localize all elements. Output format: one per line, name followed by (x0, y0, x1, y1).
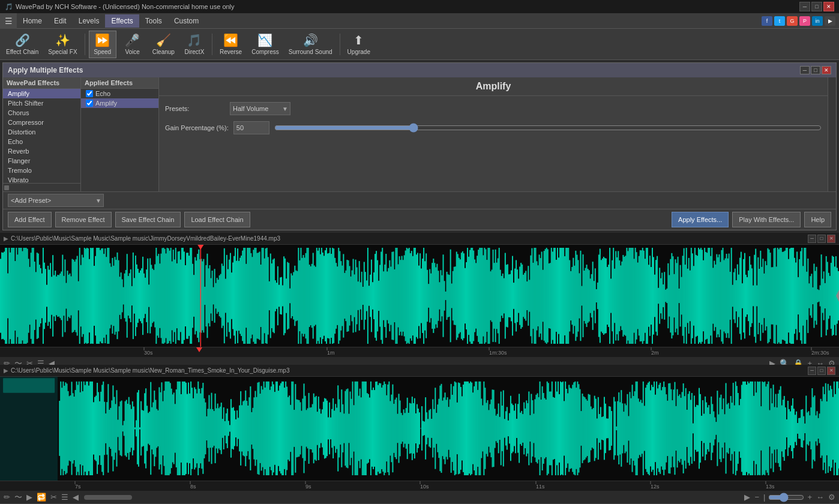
dialog-close-btn[interactable]: ✕ (822, 66, 831, 74)
effect-reverb[interactable]: Reverb (3, 146, 80, 156)
presets-select[interactable]: Half Volume Double Volume Normalize (230, 102, 290, 115)
svg-rect-86 (103, 254, 104, 338)
track1-restore-btn[interactable]: □ (817, 235, 826, 243)
track2-loop-btn[interactable]: 🔁 (35, 492, 47, 502)
svg-rect-433 (525, 271, 526, 320)
menu-custom[interactable]: Custom (168, 14, 205, 28)
track2-pencil-btn[interactable]: ✏ (2, 492, 11, 502)
svg-rect-18 (20, 248, 22, 344)
menu-levels[interactable]: Levels (73, 14, 106, 28)
svg-rect-1193 (644, 406, 645, 451)
gain-slider[interactable] (274, 123, 822, 133)
upgrade-button[interactable]: ⬆ Upgrade (344, 31, 374, 58)
svg-rect-75 (90, 248, 91, 344)
svg-rect-536 (651, 267, 652, 325)
track2-restore-btn[interactable]: □ (817, 367, 826, 375)
social1-icon[interactable]: P (799, 16, 810, 26)
track2-zoom-out-btn[interactable]: − (753, 492, 760, 502)
svg-rect-188 (227, 269, 229, 323)
track1-waveform[interactable] (0, 245, 839, 347)
track2-zoom-slider[interactable] (768, 493, 804, 502)
effects-scrollbar-h[interactable] (3, 183, 80, 191)
effect-flanger[interactable]: Flanger (3, 156, 80, 166)
play-with-effects-button[interactable]: Play With Effects... (732, 212, 801, 227)
effect-chain-button[interactable]: 🔗 Effect Chain (2, 31, 42, 58)
track2-zoom-slider-left[interactable]: | (762, 492, 766, 502)
track2-nav-btn[interactable]: ◀ (71, 492, 80, 502)
twitter-icon[interactable]: t (774, 16, 785, 26)
maximize-button[interactable]: □ (811, 2, 822, 11)
effect-echo[interactable]: Echo (3, 137, 80, 146)
menu-tools[interactable]: Tools (139, 14, 168, 28)
surround-button[interactable]: 🔊 Surround Sound (285, 31, 336, 58)
track2-nav-right-btn[interactable]: ▶ (743, 492, 751, 502)
effect-amplify[interactable]: Amplify (3, 89, 80, 98)
track1-minimize-btn[interactable]: ─ (808, 235, 816, 243)
track2-align-btn[interactable]: ☰ (60, 492, 70, 502)
effect-vibrato[interactable]: Vibrato (3, 175, 80, 183)
dialog-restore-btn[interactable]: □ (811, 66, 820, 74)
compress-button[interactable]: 📉 Compress (248, 31, 283, 58)
menu-home[interactable]: Home (17, 14, 48, 28)
wavepad-effects-list[interactable]: Amplify Pitch Shifter Chorus Compressor … (3, 89, 80, 183)
reverse-button[interactable]: ⏪ Reverse (216, 31, 245, 58)
svg-rect-494 (600, 249, 601, 343)
svg-rect-1266 (733, 383, 734, 474)
svg-rect-648 (787, 248, 788, 344)
amplify-checkbox[interactable] (86, 100, 93, 107)
load-effect-chain-button[interactable]: Load Effect Chain (184, 212, 250, 227)
close-button[interactable]: ✕ (823, 2, 834, 11)
effect-distortion[interactable]: Distortion (3, 127, 80, 137)
track2-wave-btn[interactable]: 〜 (13, 491, 23, 503)
track2-play-btn[interactable]: ▶ (25, 492, 34, 502)
cleanup-button[interactable]: 🧹 Cleanup (149, 31, 178, 58)
track2-fit-btn[interactable]: ↔ (815, 492, 825, 502)
effect-compressor[interactable]: Compressor (3, 118, 80, 127)
social2-icon[interactable]: ▶ (825, 16, 835, 26)
special-fx-button[interactable]: ✨ Special FX (44, 31, 80, 58)
hamburger-menu[interactable]: ☰ (0, 13, 17, 29)
svg-rect-549 (666, 289, 667, 303)
scroll-thumb[interactable] (4, 185, 9, 190)
track2-trim-btn[interactable]: ✂ (49, 492, 58, 502)
svg-rect-14 (16, 248, 17, 344)
menu-edit[interactable]: Edit (48, 14, 73, 28)
minimize-button[interactable]: ─ (799, 2, 810, 11)
google-icon[interactable]: G (787, 16, 798, 26)
track2-minimize-btn[interactable]: ─ (808, 367, 816, 375)
svg-rect-241 (292, 275, 293, 316)
add-effect-button[interactable]: Add Effect (8, 212, 52, 227)
svg-rect-442 (537, 261, 538, 330)
svg-rect-868 (248, 397, 250, 460)
apply-effects-button[interactable]: Apply Effects... (672, 212, 729, 227)
menu-effects[interactable]: Effects (105, 14, 139, 28)
track2-waveform[interactable] (0, 377, 839, 481)
linkedin-icon[interactable]: in (812, 16, 823, 26)
svg-rect-1198 (650, 391, 651, 467)
add-preset-select[interactable]: <Add Preset> (8, 194, 104, 207)
gain-input[interactable] (233, 121, 269, 134)
applied-echo[interactable]: Echo (81, 89, 158, 98)
applied-amplify[interactable]: Amplify (81, 98, 158, 108)
svg-rect-360 (436, 264, 438, 328)
svg-rect-605 (735, 269, 736, 323)
effect-chorus[interactable]: Chorus (3, 108, 80, 118)
save-effect-chain-button[interactable]: Save Effect Chain (115, 212, 181, 227)
effect-pitch-shifter[interactable]: Pitch Shifter (3, 98, 80, 108)
dialog-scrollbar[interactable] (828, 77, 836, 191)
facebook-icon[interactable]: f (762, 16, 772, 26)
dialog-minimize-btn[interactable]: ─ (800, 66, 810, 74)
track2-zoom-in-btn[interactable]: + (806, 492, 813, 502)
voice-button[interactable]: 🎤 Voice (119, 31, 146, 58)
effect-tremolo[interactable]: Tremolo (3, 166, 80, 175)
track1-close-btn[interactable]: ✕ (827, 235, 835, 243)
track2-close-btn[interactable]: ✕ (827, 367, 835, 375)
track2-settings-btn[interactable]: ⚙ (827, 492, 837, 502)
echo-checkbox[interactable] (86, 90, 93, 97)
track2-scrollbar-thumb[interactable] (84, 495, 132, 500)
directx-button[interactable]: 🎵 DirectX (181, 31, 208, 58)
remove-effect-button[interactable]: Remove Effect (55, 212, 112, 227)
speed-button[interactable]: ⏩ Speed (89, 31, 116, 58)
svg-rect-457 (555, 248, 556, 344)
help-button[interactable]: Help (804, 212, 831, 227)
